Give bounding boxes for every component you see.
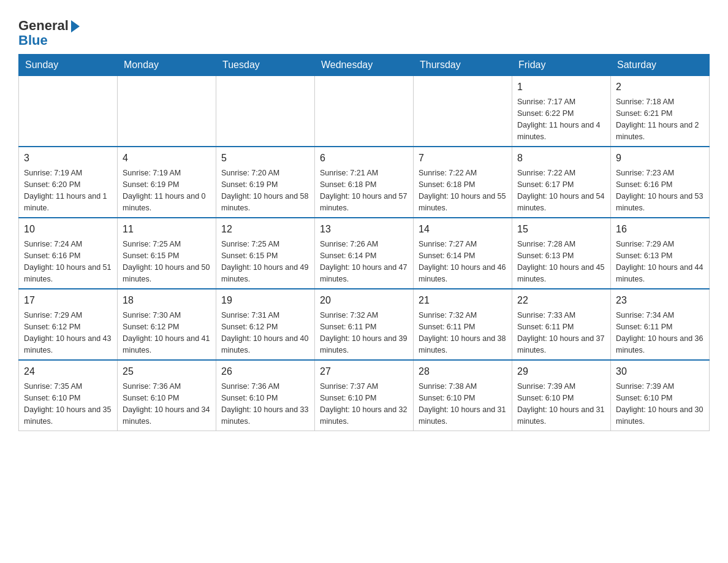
day-info: Sunrise: 7:24 AMSunset: 6:16 PMDaylight:… [24,239,112,285]
day-number: 10 [24,222,112,237]
day-number: 24 [24,364,112,379]
calendar-day-cell: 13Sunrise: 7:26 AMSunset: 6:14 PMDayligh… [315,218,414,289]
day-info: Sunrise: 7:31 AMSunset: 6:12 PMDaylight:… [221,310,309,356]
day-number: 22 [517,293,605,308]
day-number: 2 [616,80,704,94]
calendar-day-cell [118,76,216,147]
calendar-week-row: 24Sunrise: 7:35 AMSunset: 6:10 PMDayligh… [19,360,710,431]
day-number: 9 [616,151,704,166]
day-info: Sunrise: 7:23 AMSunset: 6:16 PMDaylight:… [616,167,704,213]
calendar-day-cell: 27Sunrise: 7:37 AMSunset: 6:10 PMDayligh… [315,360,414,431]
calendar-week-row: 1Sunrise: 7:17 AMSunset: 6:22 PMDaylight… [19,76,710,147]
day-info: Sunrise: 7:25 AMSunset: 6:15 PMDaylight:… [221,239,309,285]
header-sunday: Sunday [19,55,118,76]
calendar-day-cell: 18Sunrise: 7:30 AMSunset: 6:12 PMDayligh… [118,289,216,360]
day-number: 21 [419,293,507,308]
calendar-day-cell: 20Sunrise: 7:32 AMSunset: 6:11 PMDayligh… [315,289,414,360]
day-info: Sunrise: 7:28 AMSunset: 6:13 PMDaylight:… [517,239,605,285]
calendar-day-cell: 4Sunrise: 7:19 AMSunset: 6:19 PMDaylight… [118,147,216,218]
calendar-day-cell [414,76,512,147]
day-number: 5 [221,151,309,166]
day-info: Sunrise: 7:36 AMSunset: 6:10 PMDaylight:… [123,381,211,427]
day-number: 6 [320,151,408,166]
calendar-day-cell: 8Sunrise: 7:22 AMSunset: 6:17 PMDaylight… [512,147,611,218]
day-number: 19 [221,293,309,308]
calendar-header-row: SundayMondayTuesdayWednesdayThursdayFrid… [19,55,710,76]
calendar-day-cell: 9Sunrise: 7:23 AMSunset: 6:16 PMDaylight… [611,147,710,218]
calendar-day-cell: 16Sunrise: 7:29 AMSunset: 6:13 PMDayligh… [611,218,710,289]
day-info: Sunrise: 7:29 AMSunset: 6:13 PMDaylight:… [616,239,704,285]
calendar-day-cell: 15Sunrise: 7:28 AMSunset: 6:13 PMDayligh… [512,218,611,289]
calendar-day-cell: 12Sunrise: 7:25 AMSunset: 6:15 PMDayligh… [216,218,315,289]
header-monday: Monday [118,55,216,76]
day-info: Sunrise: 7:19 AMSunset: 6:19 PMDaylight:… [123,167,211,213]
day-info: Sunrise: 7:32 AMSunset: 6:11 PMDaylight:… [320,310,408,356]
day-number: 13 [320,222,408,237]
calendar-week-row: 3Sunrise: 7:19 AMSunset: 6:20 PMDaylight… [19,147,710,218]
day-info: Sunrise: 7:30 AMSunset: 6:12 PMDaylight:… [123,310,211,356]
day-info: Sunrise: 7:19 AMSunset: 6:20 PMDaylight:… [24,167,112,213]
calendar-day-cell: 25Sunrise: 7:36 AMSunset: 6:10 PMDayligh… [118,360,216,431]
day-info: Sunrise: 7:34 AMSunset: 6:11 PMDaylight:… [616,310,704,356]
calendar-day-cell: 29Sunrise: 7:39 AMSunset: 6:10 PMDayligh… [512,360,611,431]
logo-icon: General Blue [18,18,80,48]
header-saturday: Saturday [611,55,710,76]
day-number: 30 [616,364,704,379]
day-number: 11 [123,222,211,237]
calendar-day-cell [216,76,315,147]
day-info: Sunrise: 7:26 AMSunset: 6:14 PMDaylight:… [320,239,408,285]
calendar-day-cell: 28Sunrise: 7:38 AMSunset: 6:10 PMDayligh… [414,360,512,431]
calendar-week-row: 17Sunrise: 7:29 AMSunset: 6:12 PMDayligh… [19,289,710,360]
day-info: Sunrise: 7:27 AMSunset: 6:14 PMDaylight:… [419,239,507,285]
calendar-day-cell: 14Sunrise: 7:27 AMSunset: 6:14 PMDayligh… [414,218,512,289]
day-number: 7 [419,151,507,166]
day-info: Sunrise: 7:22 AMSunset: 6:17 PMDaylight:… [517,167,605,213]
day-number: 18 [123,293,211,308]
calendar-day-cell: 21Sunrise: 7:32 AMSunset: 6:11 PMDayligh… [414,289,512,360]
day-info: Sunrise: 7:20 AMSunset: 6:19 PMDaylight:… [221,167,309,213]
day-info: Sunrise: 7:33 AMSunset: 6:11 PMDaylight:… [517,310,605,356]
header-wednesday: Wednesday [315,55,414,76]
day-number: 29 [517,364,605,379]
calendar-day-cell: 24Sunrise: 7:35 AMSunset: 6:10 PMDayligh… [19,360,118,431]
calendar-day-cell: 5Sunrise: 7:20 AMSunset: 6:19 PMDaylight… [216,147,315,218]
day-number: 20 [320,293,408,308]
day-number: 14 [419,222,507,237]
day-info: Sunrise: 7:22 AMSunset: 6:18 PMDaylight:… [419,167,507,213]
day-number: 27 [320,364,408,379]
day-number: 8 [517,151,605,166]
calendar-day-cell: 23Sunrise: 7:34 AMSunset: 6:11 PMDayligh… [611,289,710,360]
day-info: Sunrise: 7:36 AMSunset: 6:10 PMDaylight:… [221,381,309,427]
calendar-day-cell: 6Sunrise: 7:21 AMSunset: 6:18 PMDaylight… [315,147,414,218]
day-info: Sunrise: 7:39 AMSunset: 6:10 PMDaylight:… [616,381,704,427]
day-info: Sunrise: 7:39 AMSunset: 6:10 PMDaylight:… [517,381,605,427]
header-friday: Friday [512,55,611,76]
calendar-day-cell: 10Sunrise: 7:24 AMSunset: 6:16 PMDayligh… [19,218,118,289]
day-number: 15 [517,222,605,237]
day-number: 28 [419,364,507,379]
day-number: 16 [616,222,704,237]
calendar-day-cell: 19Sunrise: 7:31 AMSunset: 6:12 PMDayligh… [216,289,315,360]
calendar-day-cell: 26Sunrise: 7:36 AMSunset: 6:10 PMDayligh… [216,360,315,431]
calendar-day-cell: 3Sunrise: 7:19 AMSunset: 6:20 PMDaylight… [19,147,118,218]
day-info: Sunrise: 7:25 AMSunset: 6:15 PMDaylight:… [123,239,211,285]
day-number: 25 [123,364,211,379]
calendar-day-cell [19,76,118,147]
day-info: Sunrise: 7:37 AMSunset: 6:10 PMDaylight:… [320,381,408,427]
day-number: 12 [221,222,309,237]
day-info: Sunrise: 7:38 AMSunset: 6:10 PMDaylight:… [419,381,507,427]
day-number: 17 [24,293,112,308]
day-info: Sunrise: 7:35 AMSunset: 6:10 PMDaylight:… [24,381,112,427]
calendar-day-cell: 17Sunrise: 7:29 AMSunset: 6:12 PMDayligh… [19,289,118,360]
day-info: Sunrise: 7:18 AMSunset: 6:21 PMDaylight:… [616,96,704,142]
day-number: 3 [24,151,112,166]
day-info: Sunrise: 7:32 AMSunset: 6:11 PMDaylight:… [419,310,507,356]
calendar-day-cell: 11Sunrise: 7:25 AMSunset: 6:15 PMDayligh… [118,218,216,289]
calendar-day-cell: 2Sunrise: 7:18 AMSunset: 6:21 PMDaylight… [611,76,710,147]
calendar-day-cell: 22Sunrise: 7:33 AMSunset: 6:11 PMDayligh… [512,289,611,360]
calendar-table: SundayMondayTuesdayWednesdayThursdayFrid… [18,54,710,431]
day-info: Sunrise: 7:29 AMSunset: 6:12 PMDaylight:… [24,310,112,356]
calendar-day-cell [315,76,414,147]
calendar-day-cell: 7Sunrise: 7:22 AMSunset: 6:18 PMDaylight… [414,147,512,218]
calendar-day-cell: 30Sunrise: 7:39 AMSunset: 6:10 PMDayligh… [611,360,710,431]
